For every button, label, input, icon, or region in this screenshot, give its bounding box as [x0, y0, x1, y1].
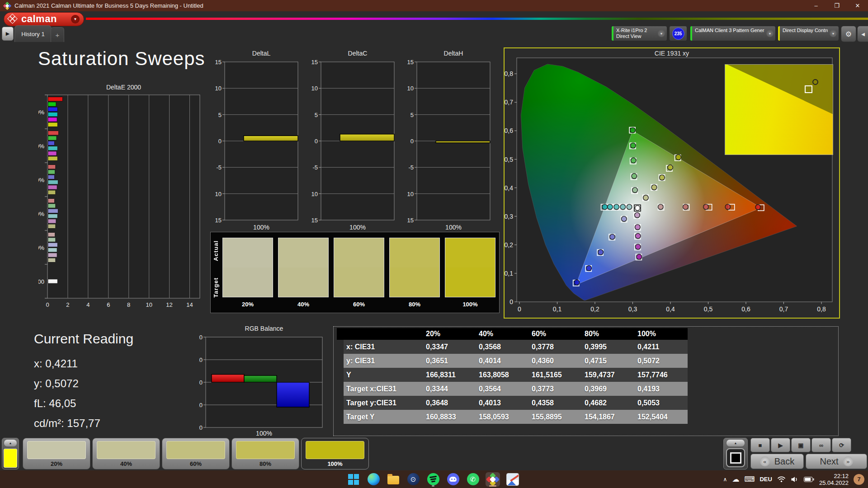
- tray-overflow-icon[interactable]: ∧: [723, 476, 727, 483]
- pattern-swatch-button-60%[interactable]: 60%: [162, 438, 230, 469]
- svg-text:0,2: 0,2: [590, 305, 599, 313]
- cie-measured-cyan: [614, 204, 619, 210]
- add-tab-button[interactable]: +: [51, 27, 64, 42]
- pattern-swatch-label: 20%: [23, 460, 90, 467]
- stop-pattern-button[interactable]: [726, 448, 745, 467]
- taskbar-edge-button[interactable]: [366, 472, 381, 487]
- battery-icon[interactable]: [804, 477, 814, 482]
- pattern-swatch-button-80%[interactable]: 80%: [231, 438, 299, 469]
- table-cell: 0,4682: [582, 396, 635, 410]
- swatch-label: 100%: [445, 301, 495, 308]
- svg-text:0,1: 0,1: [505, 270, 513, 277]
- collapse-panel-button[interactable]: ◀: [857, 26, 868, 42]
- svg-text:20%: 20%: [38, 244, 44, 251]
- table-row: Target y:CIE310,36480,40130,43580,46820,…: [337, 396, 688, 410]
- svg-text:100%: 100%: [445, 224, 462, 231]
- deltae-bar: [48, 117, 57, 122]
- taskbar-discord-button[interactable]: [446, 472, 460, 487]
- cie-measured-green: [632, 174, 637, 179]
- calman-menu-button[interactable]: calman ▼: [4, 12, 84, 26]
- taskbar-start-button[interactable]: [346, 472, 361, 487]
- svg-text:0,7: 0,7: [779, 305, 788, 313]
- continuous-button[interactable]: ∞: [811, 438, 831, 452]
- stop-button[interactable]: ■: [750, 438, 770, 452]
- start-icon: [348, 474, 359, 485]
- minimize-button[interactable]: –: [806, 0, 826, 11]
- collapse-up-icon[interactable]: ▲: [726, 440, 745, 446]
- repeat-button[interactable]: ⟳: [832, 438, 851, 452]
- restore-button[interactable]: ❐: [826, 0, 847, 11]
- collapse-up-icon[interactable]: ▲: [4, 440, 17, 446]
- table-cell: 157,7746: [635, 368, 688, 382]
- pattern-swatch-color: [97, 441, 156, 459]
- onedrive-cloud-icon[interactable]: ☁: [732, 476, 739, 483]
- cie-measured-green: [631, 158, 636, 163]
- close-button[interactable]: ✕: [847, 0, 868, 11]
- deltae-bar: [48, 102, 56, 107]
- language-indicator[interactable]: DEU: [760, 476, 772, 483]
- pattern-swatch-button-40%[interactable]: 40%: [92, 438, 160, 469]
- taskbar-photos-button[interactable]: [505, 472, 520, 487]
- tab-history-1[interactable]: History 1: [14, 25, 52, 42]
- svg-text:14: 14: [186, 301, 193, 308]
- pattern-window-button[interactable]: ▣: [791, 438, 811, 452]
- table-cell: 0,3773: [529, 382, 582, 396]
- svg-text:20: 20: [199, 334, 203, 341]
- table-cell: 0,4358: [529, 396, 582, 410]
- svg-text:0: 0: [218, 138, 222, 145]
- svg-text:12: 12: [166, 301, 172, 308]
- taskbar-whatsapp-button[interactable]: ✆: [466, 472, 480, 487]
- cie-measured-red: [658, 204, 663, 210]
- speaker-icon[interactable]: [791, 476, 799, 483]
- taskbar-calman-button[interactable]: [486, 472, 500, 487]
- chevron-down-icon[interactable]: ▼: [71, 15, 80, 23]
- cie-inset-out-of-gamut-region: [725, 65, 833, 155]
- deltae-bar: [48, 170, 55, 174]
- svg-text:15: 15: [311, 59, 318, 66]
- taskbar-spotify-button[interactable]: [426, 472, 440, 487]
- current-reading-cdm2: cd/m²: 157,77: [34, 413, 133, 433]
- taskbar-steam-button[interactable]: ⊙: [406, 472, 420, 487]
- tray-date: 25.04.2022: [819, 479, 849, 486]
- pattern-swatch-button-20%[interactable]: 20%: [23, 438, 90, 469]
- pattern-swatch-button-100%[interactable]: 100%: [301, 438, 369, 469]
- play-button[interactable]: ▶: [771, 438, 790, 452]
- deltae-bar: [48, 219, 56, 224]
- cie-measured-yellow: [660, 175, 665, 180]
- swatch-label: 80%: [389, 301, 440, 308]
- notification-badge[interactable]: 7: [854, 474, 864, 485]
- cie-measured-blue: [586, 266, 592, 271]
- deltae-bar: [48, 165, 56, 169]
- gear-icon[interactable]: ⚙: [841, 26, 856, 42]
- swatch-100%: [445, 238, 495, 297]
- chevron-down-icon[interactable]: ▼: [658, 30, 665, 37]
- deltae-bar: [48, 151, 57, 156]
- svg-text:DeltaH: DeltaH: [444, 50, 463, 57]
- chevron-down-icon[interactable]: ▼: [766, 30, 774, 37]
- next-button[interactable]: Next »: [806, 454, 867, 469]
- tab-scroll-button[interactable]: ▶: [2, 27, 14, 41]
- table-cell: 0,4014: [476, 354, 529, 368]
- table-row: y: CIE310,36510,40140,43600,47150,5072: [337, 354, 688, 368]
- taskbar-file-explorer-button[interactable]: [386, 472, 401, 487]
- chevron-down-icon[interactable]: ▼: [830, 30, 837, 37]
- back-button[interactable]: « Back: [750, 454, 804, 469]
- touch-keyboard-icon[interactable]: ⌨: [744, 476, 755, 483]
- table-cell: 0,3995: [582, 340, 635, 354]
- display-control-dropdown[interactable]: Direct Display Control ▼: [778, 26, 839, 41]
- svg-text:0: 0: [46, 301, 49, 308]
- table-row-label: Target x:CIE31: [344, 382, 423, 396]
- cie-measured-yellow: [643, 195, 649, 201]
- swatch-label: 40%: [278, 301, 329, 308]
- rainbow-divider: [86, 18, 868, 20]
- deltae-bar: [48, 190, 56, 195]
- table-cell: 0,3347: [423, 340, 476, 354]
- wifi-icon[interactable]: [777, 476, 786, 483]
- svg-text:0,4: 0,4: [505, 184, 513, 192]
- table-row-label: x: CIE31: [344, 340, 423, 354]
- pattern-generator-dropdown[interactable]: CalMAN Client 3 Pattern Generator ▼: [690, 26, 776, 41]
- clock[interactable]: 22:12 25.04.2022: [819, 473, 849, 486]
- meter-dropdown[interactable]: X-Rite i1Pro 2 Direct View ▼: [611, 26, 667, 41]
- meter-reading-badge[interactable]: 235: [672, 28, 684, 40]
- svg-text:RGB Balance: RGB Balance: [245, 325, 283, 332]
